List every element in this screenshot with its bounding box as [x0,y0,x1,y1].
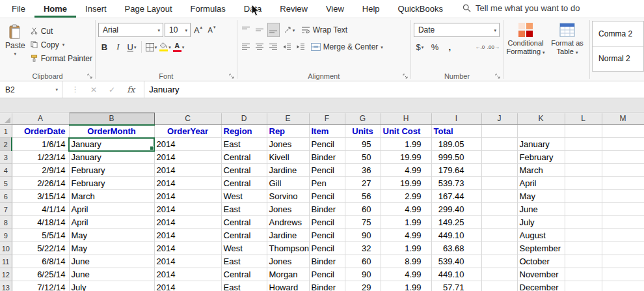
cell-K7[interactable]: June [517,203,565,216]
grow-font-button[interactable]: A▴ [192,23,204,37]
col-header-G[interactable]: G [345,113,381,125]
cell-D12[interactable]: Central [221,268,267,281]
cell-K12[interactable]: November [517,268,565,281]
cell-A7[interactable]: 4/1/14 [12,203,69,216]
col-header-M[interactable]: M [602,113,644,125]
cell-G8[interactable]: 75 [345,216,381,229]
row-header-6[interactable]: 6 [0,190,12,203]
cell-C12[interactable]: 2014 [154,268,221,281]
cell-F5[interactable]: Pen [309,177,345,190]
cell-M5[interactable] [602,177,644,190]
cell-M1[interactable] [602,125,644,138]
cell-B12[interactable]: June [69,268,154,281]
cell-B1[interactable]: OrderMonth [69,125,154,138]
cell-D10[interactable]: West [221,242,267,255]
tell-me-search[interactable]: Tell me what you want to do [463,3,580,18]
cell-A13[interactable]: 7/12/14 [12,281,69,291]
cell-M12[interactable] [602,268,644,281]
orientation-button[interactable]: ▾ [281,23,298,37]
cell-B2[interactable]: January [69,138,154,151]
cell-H7[interactable]: 4.99 [381,203,431,216]
cell-L10[interactable] [565,242,602,255]
cell-D8[interactable]: Central [221,216,267,229]
cell-E1[interactable]: Rep [267,125,309,138]
cell-M4[interactable] [602,164,644,177]
cell-I5[interactable]: 539.73 [431,177,481,190]
cell-E13[interactable]: Howard [267,281,309,291]
cell-D3[interactable]: Central [221,151,267,164]
col-header-B[interactable]: B [69,113,154,125]
row-header-1[interactable]: 1 [0,125,12,138]
cell-B8[interactable]: April [69,216,154,229]
cell-I11[interactable]: 539.40 [431,255,481,268]
cell-E2[interactable]: Jones [267,138,309,151]
row-header-5[interactable]: 5 [0,177,12,190]
cut-button[interactable]: Cut [31,25,92,36]
cell-E8[interactable]: Andrews [267,216,309,229]
tab-formulas[interactable]: Formulas [181,0,235,18]
increase-decimal-button[interactable]: ←.0 [474,40,486,54]
cell-D1[interactable]: Region [221,125,267,138]
cell-A2[interactable]: 1/6/14 [12,138,69,151]
cell-I9[interactable]: 449.10 [431,229,481,242]
cell-A3[interactable]: 1/23/14 [12,151,69,164]
name-box[interactable]: B2 ▾ [0,81,62,98]
cell-M7[interactable] [602,203,644,216]
cell-G3[interactable]: 50 [345,151,381,164]
format-as-table-button[interactable]: Format as Table ▾ [548,22,587,56]
cell-style-comma-2[interactable]: Comma 2 [593,21,643,47]
font-color-button[interactable]: A ▾ [172,40,185,54]
cell-J12[interactable] [481,268,517,281]
bold-button[interactable]: B [98,40,111,54]
row-header-2[interactable]: 2 [0,138,12,151]
tab-review[interactable]: Review [271,0,317,18]
cell-M11[interactable] [602,255,644,268]
cell-H2[interactable]: 1.99 [381,138,431,151]
col-header-D[interactable]: D [221,113,267,125]
cell-F9[interactable]: Pencil [309,229,345,242]
cell-B7[interactable]: April [69,203,154,216]
cell-M10[interactable] [602,242,644,255]
cell-E10[interactable]: Thompson [267,242,309,255]
cell-F2[interactable]: Pencil [309,138,345,151]
cell-C1[interactable]: OrderYear [154,125,221,138]
cell-E4[interactable]: Jardine [267,164,309,177]
row-header-13[interactable]: 13 [0,281,12,291]
cell-F4[interactable]: Pencil [309,164,345,177]
cell-I3[interactable]: 999.50 [431,151,481,164]
row-header-8[interactable]: 8 [0,216,12,229]
cell-G7[interactable]: 60 [345,203,381,216]
cell-J5[interactable] [481,177,517,190]
cell-D7[interactable]: East [221,203,267,216]
cell-K2[interactable]: January [517,138,565,151]
cell-H5[interactable]: 19.99 [381,177,431,190]
cell-F8[interactable]: Pencil [309,216,345,229]
cell-J6[interactable] [481,190,517,203]
cell-F7[interactable]: Binder [309,203,345,216]
copy-button[interactable]: Copy ▾ [31,39,92,50]
cell-I7[interactable]: 299.40 [431,203,481,216]
cell-G6[interactable]: 56 [345,190,381,203]
col-header-J[interactable]: J [481,113,517,125]
bottom-align-button[interactable] [267,23,280,37]
row-header-11[interactable]: 11 [0,255,12,268]
cell-I8[interactable]: 149.25 [431,216,481,229]
cell-L8[interactable] [565,216,602,229]
cell-A9[interactable]: 5/5/14 [12,229,69,242]
cell-J4[interactable] [481,164,517,177]
cell-B3[interactable]: January [69,151,154,164]
cell-F11[interactable]: Binder [309,255,345,268]
cell-F10[interactable]: Pencil [309,242,345,255]
cell-C3[interactable]: 2014 [154,151,221,164]
cell-C2[interactable]: 2014 [154,138,221,151]
cell-K1[interactable] [517,125,565,138]
cell-H3[interactable]: 19.99 [381,151,431,164]
increase-indent-button[interactable] [295,40,307,54]
name-box-dropdown-icon[interactable]: ▾ [55,87,62,92]
cell-L12[interactable] [565,268,602,281]
row-header-10[interactable]: 10 [0,242,12,255]
cell-J9[interactable] [481,229,517,242]
decrease-decimal-button[interactable]: .00→ [487,40,500,54]
align-right-button[interactable] [267,40,280,54]
cell-C10[interactable]: 2014 [154,242,221,255]
